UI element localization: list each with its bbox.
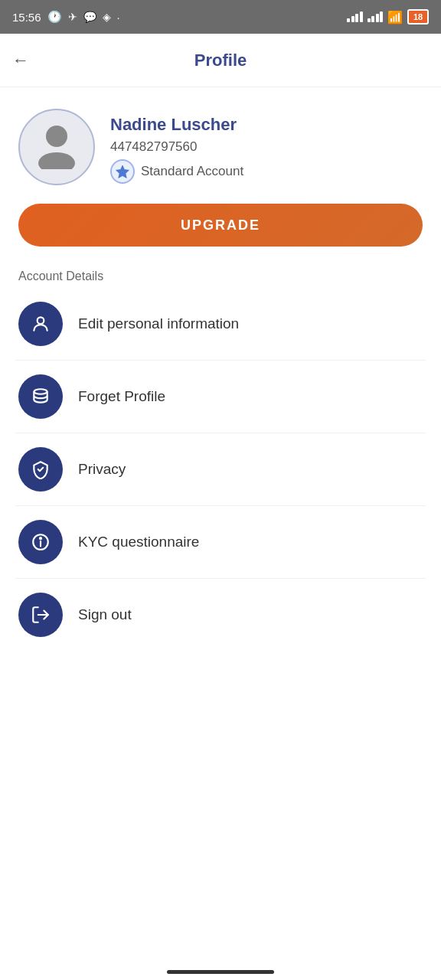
signal-bars-2 [368, 11, 384, 22]
profile-name: Nadine Luscher [110, 115, 243, 135]
svg-point-4 [34, 389, 47, 394]
shield-icon [31, 459, 51, 479]
forget-profile-icon-circle [18, 374, 63, 419]
person-icon [31, 314, 51, 334]
svg-point-0 [46, 126, 67, 147]
privacy-icon-circle [18, 447, 63, 492]
signout-icon [31, 605, 51, 625]
page-header: ← Profile [0, 34, 441, 87]
home-indicator [167, 970, 274, 974]
avatar-icon [30, 116, 83, 179]
telegram-icon: ✈ [68, 11, 77, 23]
app-icon: ◈ [103, 11, 111, 23]
profile-phone: 447482797560 [110, 139, 243, 155]
svg-point-7 [40, 537, 41, 539]
kyc-label: KYC questionnaire [78, 534, 199, 550]
status-icons: 📶 18 [347, 9, 429, 24]
account-details-label: Account Details [0, 262, 441, 288]
profile-info: Nadine Luscher 447482797560 Standard Acc… [110, 109, 243, 184]
database-icon [31, 387, 51, 407]
profile-section: Nadine Luscher 447482797560 Standard Acc… [0, 87, 441, 201]
edit-personal-icon-circle [18, 302, 63, 346]
forget-profile-label: Forget Profile [78, 388, 165, 405]
kyc-icon-circle [18, 520, 63, 564]
account-type-label: Standard Account [141, 164, 243, 179]
upgrade-button[interactable]: UPGRADE [18, 204, 423, 247]
page-title: Profile [194, 51, 247, 70]
msg-icon: 💬 [83, 11, 96, 23]
status-bar: 15:56 🕐 ✈ 💬 ◈ · 📶 18 [0, 0, 441, 34]
account-type: Standard Account [110, 159, 243, 184]
info-icon [31, 532, 51, 552]
alarm-icon: 🕐 [47, 10, 62, 24]
menu-item-forget-profile[interactable]: Forget Profile [15, 361, 426, 433]
avatar [18, 109, 95, 185]
status-time: 15:56 [12, 11, 41, 24]
menu-item-kyc[interactable]: KYC questionnaire [15, 506, 426, 579]
svg-point-3 [38, 317, 44, 324]
menu-item-edit-personal[interactable]: Edit personal information [15, 288, 426, 361]
edit-personal-label: Edit personal information [78, 315, 239, 332]
dot-icon: · [117, 11, 120, 24]
privacy-label: Privacy [78, 461, 126, 478]
signal-bars-1 [347, 11, 363, 22]
menu-item-privacy[interactable]: Privacy [15, 433, 426, 506]
menu-list: Edit personal information Forget Profile… [0, 288, 441, 651]
account-badge-icon [110, 159, 135, 184]
svg-point-1 [38, 152, 75, 169]
svg-marker-2 [116, 165, 129, 178]
sign-out-icon-circle [18, 593, 63, 637]
back-arrow-icon: ← [12, 51, 29, 70]
upgrade-section: UPGRADE [0, 201, 441, 262]
menu-item-sign-out[interactable]: Sign out [15, 579, 426, 651]
sign-out-label: Sign out [78, 606, 132, 623]
back-button[interactable]: ← [12, 51, 29, 70]
wifi-icon: 📶 [387, 10, 403, 24]
battery-indicator: 18 [407, 9, 429, 24]
